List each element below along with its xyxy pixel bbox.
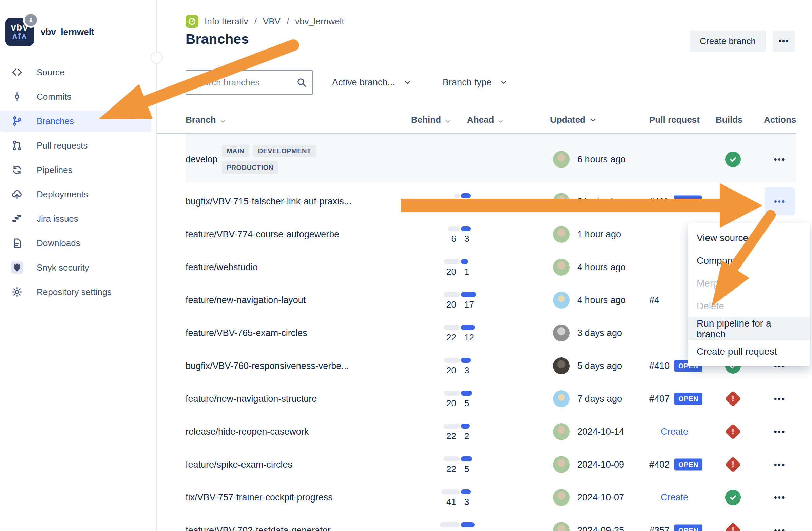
row-actions-button[interactable]: ••• — [765, 516, 795, 531]
behind-ahead-bar: 225 — [406, 456, 514, 473]
row-actions-button[interactable]: ••• — [765, 136, 795, 182]
breadcrumb-item[interactable]: Info Iterativ — [204, 16, 248, 27]
branch-name-link[interactable]: feature/new-navigation-structure — [186, 393, 317, 404]
pr-status-badge[interactable]: OPEN — [674, 393, 702, 404]
sidebar-item-commits[interactable]: Commits — [0, 86, 151, 107]
branch-name-link[interactable]: feature/VBV-765-exam-circles — [186, 327, 307, 338]
sidebar-item-pull-requests[interactable]: Pull requests — [0, 135, 151, 156]
build-status-icon[interactable]: ! — [725, 424, 741, 440]
behind-bar — [448, 226, 460, 231]
branch-name-link[interactable]: feature/spike-exam-circles — [186, 459, 292, 470]
pr-status-badge[interactable]: OPEN — [673, 195, 702, 207]
row-actions-button[interactable]: ••• — [765, 417, 795, 445]
ahead-bar — [461, 259, 468, 264]
chevron-down-icon — [499, 78, 508, 87]
create-pr-link[interactable]: Create — [661, 492, 688, 502]
ahead-bar — [461, 456, 472, 461]
branch-badge: MAIN — [222, 145, 249, 157]
sidebar-item-pipelines[interactable]: Pipelines — [0, 159, 151, 180]
branch-name-link[interactable]: bugfix/VBV-760-responsiveness-verbe... — [186, 360, 349, 371]
pr-number-link[interactable]: #357 — [649, 525, 669, 531]
pr-number-link[interactable]: #410 — [649, 360, 669, 371]
behind-count: 20 — [446, 266, 456, 277]
build-status-icon[interactable]: ! — [725, 457, 741, 472]
branch-name-link[interactable]: bugfix/VBV-715-falscher-link-auf-praxis.… — [186, 196, 351, 207]
active-branches-filter[interactable]: Active branch... — [332, 77, 411, 88]
pr-status-badge[interactable]: OPEN — [674, 524, 702, 531]
branch-name-link[interactable]: feature/VBV-702-testdata-generator — [186, 525, 331, 531]
repo-logo-text: ʌfʌ — [12, 32, 27, 41]
build-status-icon[interactable]: ! — [725, 391, 741, 407]
breadcrumb-separator: / — [255, 16, 257, 27]
avatar — [553, 151, 570, 168]
behind-count: 20 — [446, 398, 456, 409]
column-header-branch[interactable]: Branch — [186, 115, 226, 125]
behind-bar — [444, 456, 460, 461]
sidebar-item-jira-issues[interactable]: Jira issues — [0, 208, 151, 229]
row-actions-button[interactable]: ••• — [765, 450, 795, 478]
sidebar-item-label: Snyk security — [37, 263, 89, 273]
build-status-icon[interactable] — [725, 151, 741, 167]
search-icon — [296, 77, 307, 88]
menu-item-run-pipeline-for-a-branch[interactable]: Run pipeline for a branch — [688, 318, 810, 340]
ahead-bar — [461, 325, 475, 330]
branch-name-link[interactable]: feature/new-navigation-layout — [186, 295, 306, 305]
behind-ahead-bar: 2017 — [406, 291, 514, 309]
behind-bar — [444, 292, 460, 297]
breadcrumb-item[interactable]: VBV — [263, 16, 280, 27]
page-more-button[interactable]: ••• — [773, 30, 795, 51]
column-header-updated[interactable]: Updated — [550, 115, 597, 125]
search-input[interactable] — [186, 71, 313, 94]
updated-text: 4 hours ago — [577, 295, 626, 305]
repo-avatar[interactable]: vbv ʌfʌ — [5, 18, 34, 46]
page-title: Branches — [186, 31, 249, 47]
create-pr-link[interactable]: Create — [661, 426, 688, 437]
sidebar-item-snyk-security[interactable]: Snyk security — [0, 257, 151, 278]
behind-bar — [444, 259, 460, 264]
row-actions-button[interactable]: ••• — [765, 384, 795, 413]
build-status-icon[interactable]: ! — [725, 522, 741, 531]
pull-request-cell: #402OPEN — [649, 458, 702, 470]
breadcrumb-item[interactable]: vbv_lernwelt — [295, 16, 344, 27]
branch-name-link[interactable]: feature/webstudio — [186, 262, 258, 272]
sidebar-item-deployments[interactable]: Deployments — [0, 184, 151, 205]
behind-count: 22 — [446, 464, 456, 474]
sidebar-item-repository-settings[interactable]: Repository settings — [0, 281, 151, 303]
pr-number-link[interactable]: #411 — [649, 196, 669, 207]
sidebar: vbv ʌfʌ vbv_lernwelt SourceCommitsBranch… — [0, 0, 157, 531]
column-header-pull-request: Pull request — [649, 115, 700, 125]
column-header-ahead[interactable]: Ahead — [467, 115, 504, 125]
filters-bar: Active branch... Branch type — [186, 70, 539, 95]
branch-name-link[interactable]: feature/VBV-774-course-autogewerbe — [186, 229, 339, 239]
pr-status-badge[interactable]: OPEN — [674, 458, 702, 470]
pull-request-cell: #411OPEN — [649, 195, 702, 207]
sidebar-item-downloads[interactable]: Downloads — [0, 233, 151, 254]
sidebar-collapse-handle[interactable] — [150, 51, 163, 64]
build-status-icon[interactable]: ! — [725, 194, 741, 209]
row-actions-button[interactable]: ••• — [765, 483, 795, 511]
menu-item-create-pull-request[interactable]: Create pull request — [688, 340, 810, 363]
branch-name-link[interactable]: fix/VBV-757-trainer-cockpit-progress — [186, 492, 333, 502]
branch-name-link[interactable]: release/hide-reopen-casework — [186, 426, 309, 437]
page-actions: Create branch ••• — [690, 30, 795, 51]
sidebar-item-branches[interactable]: Branches — [0, 110, 151, 132]
repo-name[interactable]: vbv_lernwelt — [41, 27, 94, 37]
menu-item-compare[interactable]: Compare — [688, 249, 810, 272]
pr-number-link[interactable]: #4 — [649, 295, 659, 305]
create-branch-button[interactable]: Create branch — [690, 30, 766, 51]
behind-ahead-bar: 63 — [406, 225, 514, 243]
branch-type-filter[interactable]: Branch type — [443, 77, 508, 88]
ahead-bar — [461, 489, 471, 495]
pr-number-link[interactable]: #407 — [649, 393, 669, 404]
row-actions-button[interactable]: ••• — [765, 187, 795, 215]
column-header-behind[interactable]: Behind — [411, 115, 451, 125]
sidebar-item-source[interactable]: Source — [0, 62, 151, 83]
menu-item-view-source[interactable]: View source — [688, 226, 810, 249]
bitbucket-branches-page: vbv ʌfʌ vbv_lernwelt SourceCommitsBranch… — [0, 0, 812, 531]
behind-count: 68 — [446, 530, 456, 531]
avatar — [553, 456, 570, 473]
pr-number-link[interactable]: #402 — [649, 459, 669, 470]
branch-name-link[interactable]: develop — [186, 154, 218, 165]
build-status-icon[interactable] — [725, 490, 741, 505]
deployments-icon — [11, 188, 23, 201]
